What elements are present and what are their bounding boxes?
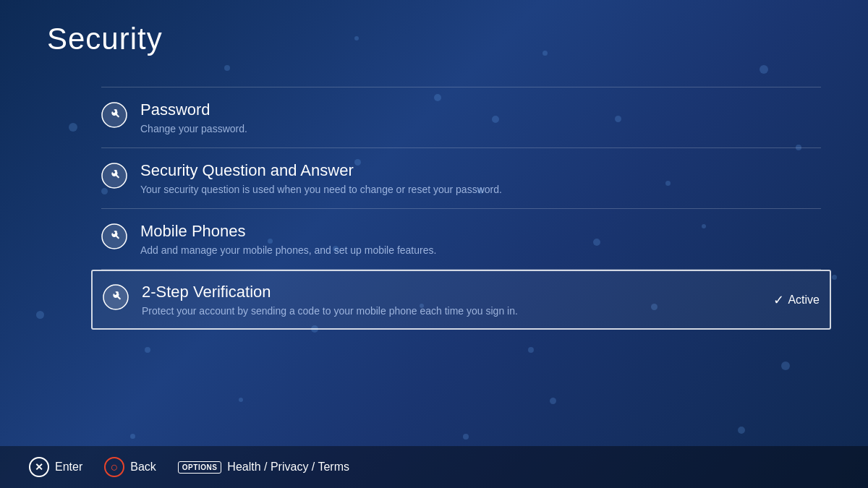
checkmark-icon: ✓	[773, 292, 784, 308]
wrench-icon-mobile-phones	[101, 223, 127, 249]
decorative-bubble	[354, 36, 359, 40]
decorative-bubble	[550, 398, 556, 404]
menu-item-desc-two-step: Protect your account by sending a code t…	[142, 305, 773, 317]
decorative-bubble	[738, 427, 745, 434]
menu-item-content-security-question: Security Question and AnswerYour securit…	[140, 161, 821, 195]
decorative-bubble	[528, 347, 534, 353]
menu-item-security-question[interactable]: Security Question and AnswerYour securit…	[101, 148, 821, 209]
decorative-bubble	[36, 311, 44, 319]
menu-item-title-password: Password	[140, 100, 821, 119]
wrench-icon-two-step	[103, 284, 129, 310]
status-label: Active	[788, 294, 820, 307]
circle-button-icon: ○	[104, 457, 124, 477]
menu-container: PasswordChange your password. Security Q…	[101, 87, 821, 330]
health-privacy-terms-label: Health / Privacy / Terms	[227, 461, 349, 474]
options-button-icon: OPTIONS	[178, 461, 222, 474]
options-action[interactable]: OPTIONS Health / Privacy / Terms	[178, 461, 349, 474]
enter-action[interactable]: ✕ Enter	[29, 457, 82, 477]
decorative-bubble	[130, 434, 135, 439]
menu-item-password[interactable]: PasswordChange your password.	[101, 87, 821, 148]
page-title: Security	[47, 22, 163, 56]
menu-item-desc-mobile-phones: Add and manage your mobile phones, and s…	[140, 244, 821, 256]
menu-item-content-mobile-phones: Mobile PhonesAdd and manage your mobile …	[140, 222, 821, 256]
menu-item-title-security-question: Security Question and Answer	[140, 161, 821, 180]
decorative-bubble	[239, 398, 243, 402]
decorative-bubble	[224, 65, 230, 71]
decorative-bubble	[542, 51, 548, 56]
decorative-bubble	[760, 65, 768, 74]
menu-item-two-step[interactable]: 2-Step VerificationProtect your account …	[91, 270, 831, 330]
decorative-bubble	[145, 347, 150, 353]
wrench-icon-security-question	[101, 163, 127, 189]
wrench-icon-password	[101, 102, 127, 128]
menu-item-desc-password: Change your password.	[140, 123, 821, 134]
x-button-icon: ✕	[29, 457, 49, 477]
decorative-bubble	[832, 275, 837, 280]
decorative-bubble	[781, 361, 790, 370]
menu-item-title-mobile-phones: Mobile Phones	[140, 222, 821, 241]
back-label: Back	[130, 461, 156, 474]
menu-item-title-two-step: 2-Step Verification	[142, 283, 773, 301]
back-action[interactable]: ○ Back	[104, 457, 156, 477]
menu-item-desc-security-question: Your security question is used when you …	[140, 184, 821, 195]
enter-label: Enter	[55, 461, 82, 474]
menu-item-mobile-phones[interactable]: Mobile PhonesAdd and manage your mobile …	[101, 209, 821, 270]
menu-item-content-password: PasswordChange your password.	[140, 100, 821, 134]
decorative-bubble	[463, 434, 469, 440]
decorative-bubble	[69, 123, 77, 132]
menu-item-status-two-step: ✓Active	[773, 292, 820, 308]
menu-item-content-two-step: 2-Step VerificationProtect your account …	[142, 283, 773, 317]
bottom-bar: ✕ Enter ○ Back OPTIONS Health / Privacy …	[0, 446, 868, 488]
